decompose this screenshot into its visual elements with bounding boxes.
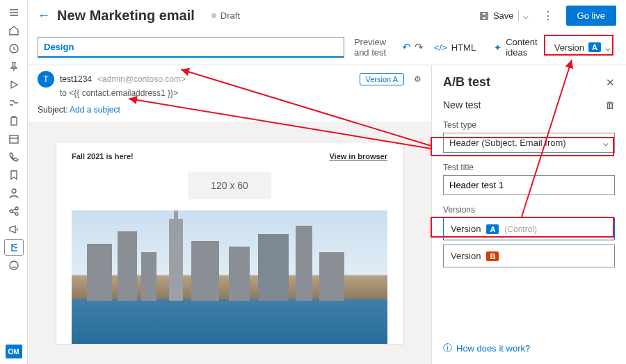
versions-label: Versions xyxy=(443,205,615,215)
panel-title: A/B test xyxy=(443,75,490,90)
email-body[interactable]: Fall 2021 is here! View in browser 120 x… xyxy=(56,142,403,345)
new-test-label: New test xyxy=(443,99,481,110)
svg-rect-1 xyxy=(11,117,17,125)
journey-icon[interactable] xyxy=(4,94,24,111)
org-badge[interactable]: OM xyxy=(6,345,22,358)
emoji-icon[interactable] xyxy=(4,257,24,274)
undo-icon[interactable]: ↶ xyxy=(401,41,412,53)
svg-point-3 xyxy=(12,189,16,193)
from-address[interactable]: <admin@contoso.com> xyxy=(97,74,186,84)
tab-design[interactable]: Design xyxy=(38,37,344,58)
redo-icon[interactable]: ↷ xyxy=(414,41,424,53)
content-ideas-button[interactable]: ✦Content ideas xyxy=(485,37,546,58)
version-b-badge: B xyxy=(486,251,499,261)
subject-row: Subject: Add a subject xyxy=(38,105,422,115)
test-title-label: Test title xyxy=(443,163,615,172)
tab-bar: Design Preview and test ↶ ↷ </>HTML ✦Con… xyxy=(28,30,626,65)
canvas-area: T test1234 <admin@contoso.com> Version A… xyxy=(28,65,431,364)
close-icon[interactable]: ✕ xyxy=(606,76,615,89)
gear-icon[interactable]: ⚙ xyxy=(414,74,422,84)
status-badge: Draft xyxy=(211,10,240,21)
test-type-select[interactable]: Header (Subject, Email from) ⌵ xyxy=(443,133,615,153)
delete-icon[interactable]: 🗑 xyxy=(605,99,615,110)
phone-icon[interactable] xyxy=(4,149,24,165)
logo-placeholder[interactable]: 120 x 60 xyxy=(188,172,271,199)
view-in-browser-link[interactable]: View in browser xyxy=(329,152,387,160)
svg-point-8 xyxy=(10,261,18,270)
page-title: New Marketing email xyxy=(57,8,195,24)
svg-point-6 xyxy=(15,213,18,215)
tab-preview[interactable]: Preview and test xyxy=(347,30,396,65)
clipboard-icon[interactable] xyxy=(4,113,24,129)
version-a-row[interactable]: Version A (Control) xyxy=(443,217,615,240)
home-icon[interactable] xyxy=(4,22,24,39)
version-a-badge: A xyxy=(486,224,499,234)
email-envelope: T test1234 <admin@contoso.com> Version A… xyxy=(28,65,431,122)
from-name[interactable]: test1234 xyxy=(60,74,92,84)
version-b-row[interactable]: Version B xyxy=(443,245,615,267)
save-button[interactable]: Save ⌵ xyxy=(475,8,533,24)
mail-icon[interactable] xyxy=(4,239,24,256)
play-icon[interactable] xyxy=(4,76,24,93)
svg-rect-2 xyxy=(10,135,18,143)
help-icon: ⓘ xyxy=(443,342,452,354)
title-bar: ← New Marketing email Draft Save ⌵ ⋮ Go … xyxy=(28,0,626,30)
version-selector[interactable]: Version A ⌵ xyxy=(549,40,616,56)
to-field[interactable]: to <{{ contact.emailaddress1 }}> xyxy=(60,88,422,98)
add-subject-link[interactable]: Add a subject xyxy=(70,105,120,115)
email-headline: Fall 2021 is here! xyxy=(72,152,134,160)
back-icon[interactable]: ← xyxy=(38,8,50,23)
hamburger-icon[interactable] xyxy=(4,4,24,21)
go-live-button[interactable]: Go live xyxy=(566,6,616,26)
save-chevron-icon[interactable]: ⌵ xyxy=(518,10,529,21)
more-icon[interactable]: ⋮ xyxy=(540,9,556,22)
subject-label: Subject: xyxy=(38,105,67,115)
ab-test-panel: A/B test ✕ New test 🗑 Test type Header (… xyxy=(431,65,626,364)
hero-image[interactable] xyxy=(72,210,387,345)
how-does-it-work-link[interactable]: ⓘ How does it work? xyxy=(443,342,615,354)
envelope-version-pill[interactable]: Version A xyxy=(360,73,404,85)
chevron-down-icon: ⌵ xyxy=(605,42,611,53)
control-label: (Control) xyxy=(504,224,537,234)
bookmark-icon[interactable] xyxy=(4,167,24,183)
avatar: T xyxy=(38,71,54,88)
pin-icon[interactable] xyxy=(4,58,24,75)
html-button[interactable]: </>HTML xyxy=(427,42,483,53)
left-nav-rail: OM xyxy=(0,0,28,364)
megaphone-icon[interactable] xyxy=(4,221,24,238)
share-icon[interactable] xyxy=(4,203,24,220)
test-type-label: Test type xyxy=(443,120,615,130)
main-area: ← New Marketing email Draft Save ⌵ ⋮ Go … xyxy=(28,0,626,364)
svg-point-5 xyxy=(15,207,18,210)
recent-icon[interactable] xyxy=(4,40,24,57)
test-title-input[interactable] xyxy=(443,175,615,195)
calendar-icon[interactable] xyxy=(4,131,24,147)
chevron-down-icon: ⌵ xyxy=(603,138,609,148)
version-a-badge: A xyxy=(588,42,601,52)
person-icon[interactable] xyxy=(4,185,24,201)
svg-point-4 xyxy=(10,210,13,213)
